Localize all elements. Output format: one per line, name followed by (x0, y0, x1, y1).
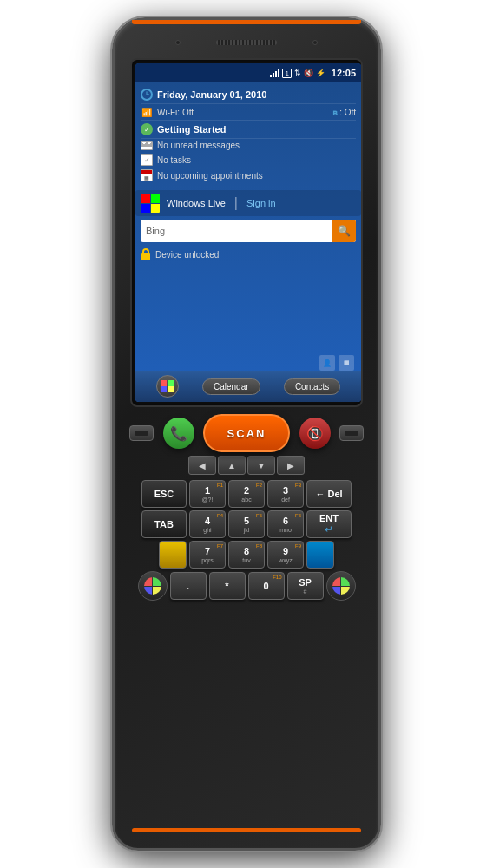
numpad-row-4: . * F10 0 SP # (121, 571, 372, 601)
nav-left-button[interactable]: ◀ (188, 456, 216, 475)
data-arrows-icon: ⇅ (294, 69, 301, 77)
end-call-button[interactable]: 📵 (299, 418, 331, 449)
windows-live-text: Windows Live (167, 198, 226, 208)
numpad: ESC F1 1 @?! F2 2 abc F3 3 (121, 480, 372, 601)
volume-icon: 🔇 (304, 69, 313, 77)
date-text: Friday, January 01, 2010 (157, 89, 266, 100)
device: 1 ⇅ 🔇 ⚡ 12:05 Friday, Janua (112, 17, 381, 851)
contacts-button[interactable]: Contacts (284, 378, 340, 395)
windows-sign-in-link[interactable]: Sign in (246, 198, 276, 208)
bing-search-bar[interactable]: Bing 🔍 (141, 220, 356, 242)
device-body: 1 ⇅ 🔇 ⚡ 12:05 Friday, Janua (112, 17, 381, 851)
windows-live-divider: | (234, 195, 238, 211)
key-7[interactable]: F7 7 pqrs (189, 541, 226, 569)
screen-bottom-icons: 👤 ▦ (319, 355, 354, 371)
taskbar: Calendar Contacts (135, 371, 361, 402)
bt-section: ʙ : Off (332, 108, 356, 117)
status-bar: 1 ⇅ 🔇 ⚡ 12:05 (135, 63, 361, 82)
key-8[interactable]: F8 8 tuv (228, 541, 265, 569)
barcode-icon: ▦ (339, 355, 354, 371)
charge-icon: ⚡ (316, 69, 325, 77)
end-call-icon: 📵 (306, 425, 324, 442)
key-1[interactable]: F1 1 @?! (189, 480, 226, 508)
appointments-row[interactable]: ▦ No upcoming appointments (141, 168, 356, 183)
ent-icon: ↵ (325, 523, 333, 536)
task-icon (141, 154, 153, 166)
device-unlocked-row: Device unlocked (135, 246, 361, 263)
status-time: 12:05 (332, 68, 356, 78)
screen-content: Friday, January 01, 2010 📶 Wi-Fi: Off ʙ … (135, 82, 361, 187)
nav-right-button[interactable]: ▶ (277, 456, 305, 475)
key-4[interactable]: F4 4 ghi (189, 510, 226, 538)
wifi-label: Wi-Fi: Off (157, 108, 194, 117)
key-space[interactable]: SP # (287, 572, 324, 600)
numpad-row-2: TAB F4 4 ghi F5 5 jkl F6 6 (121, 510, 372, 538)
tasks-text: No tasks (157, 155, 191, 165)
bing-input[interactable]: Bing (141, 226, 332, 236)
tasks-row[interactable]: No tasks (141, 152, 356, 168)
key-yellow-fn[interactable] (159, 541, 187, 569)
key-9[interactable]: F9 9 wxyz (267, 541, 304, 569)
call-button[interactable]: 📞 (163, 418, 194, 449)
screen: 1 ⇅ 🔇 ⚡ 12:05 Friday, Janua (135, 63, 361, 402)
bluetooth-icon: ʙ (332, 108, 338, 117)
calendar-button[interactable]: Calendar (202, 378, 260, 395)
envelope-icon (141, 141, 153, 150)
windows-start-icon (161, 380, 174, 392)
top-action-row: 📞 SCAN 📵 (121, 414, 372, 452)
getting-started-text: Getting Started (157, 124, 226, 135)
device-top (123, 30, 370, 55)
key-del[interactable]: ← Del (306, 480, 352, 508)
sensor-dot (312, 40, 318, 45)
key-2[interactable]: F2 2 abc (228, 480, 265, 508)
key-tab[interactable]: TAB (141, 510, 187, 538)
keypad-area: 📞 SCAN 📵 ◀ ▲ ▼ ▶ (121, 414, 372, 601)
speaker-grille (216, 40, 277, 45)
camera-dot (175, 40, 181, 45)
status-icons: 1 ⇅ 🔇 ⚡ (270, 69, 325, 78)
numpad-row-3: F7 7 pqrs F8 8 tuv F9 9 wxyz (121, 541, 372, 569)
network-indicator: 1 (282, 69, 291, 78)
bing-search-button[interactable]: 🔍 (332, 220, 356, 242)
key-blue-fn[interactable] (306, 541, 334, 569)
getting-started-row[interactable]: Getting Started (141, 121, 356, 139)
messages-row[interactable]: No unread messages (141, 139, 356, 152)
key-5[interactable]: F5 5 jkl (228, 510, 265, 538)
wifi-row: 📶 Wi-Fi: Off ʙ : Off (141, 104, 356, 121)
scan-text: SCAN (227, 427, 266, 440)
bottom-right-logo-icon (332, 577, 350, 595)
numpad-row-1: ESC F1 1 @?! F2 2 abc F3 3 (121, 480, 372, 508)
windows-start-button[interactable] (156, 375, 179, 398)
nav-pad-row: ◀ ▲ ▼ ▶ (121, 456, 372, 475)
key-star[interactable]: * (209, 572, 246, 600)
nav-down-button[interactable]: ▼ (247, 456, 275, 475)
signal-bars (270, 69, 279, 77)
bottom-right-logo-button[interactable] (326, 571, 356, 601)
key-6[interactable]: F6 6 mno (267, 510, 304, 538)
calendar-small-icon: ▦ (141, 169, 153, 181)
contacts-icon: 👤 (319, 355, 335, 371)
key-dot[interactable]: . (170, 572, 207, 600)
nav-up-button[interactable]: ▲ (218, 456, 246, 475)
key-ent[interactable]: ENT ↵ (306, 510, 352, 538)
date-row: Friday, January 01, 2010 (141, 86, 356, 104)
left-side-button[interactable] (129, 425, 154, 441)
windows-live-section[interactable]: Windows Live | Sign in (135, 190, 361, 216)
appointments-text: No upcoming appointments (157, 171, 263, 181)
key-0[interactable]: F10 0 (248, 572, 285, 600)
bottom-left-logo-button[interactable] (138, 571, 168, 601)
getting-started-icon (141, 123, 153, 135)
key-esc[interactable]: ESC (141, 480, 187, 508)
lock-icon (141, 248, 151, 260)
scan-button[interactable]: SCAN (203, 414, 290, 452)
clock-icon (141, 89, 153, 101)
call-icon: 📞 (170, 425, 187, 442)
messages-text: No unread messages (157, 141, 240, 150)
device-unlocked-text: Device unlocked (155, 250, 219, 260)
wifi-icon: 📶 (141, 106, 153, 118)
bottom-logo-icon (144, 577, 161, 595)
key-3[interactable]: F3 3 def (267, 480, 304, 508)
windows-logo-icon (141, 194, 160, 213)
screen-bezel: 1 ⇅ 🔇 ⚡ 12:05 Friday, Janua (130, 58, 363, 407)
right-side-button[interactable] (339, 425, 364, 441)
